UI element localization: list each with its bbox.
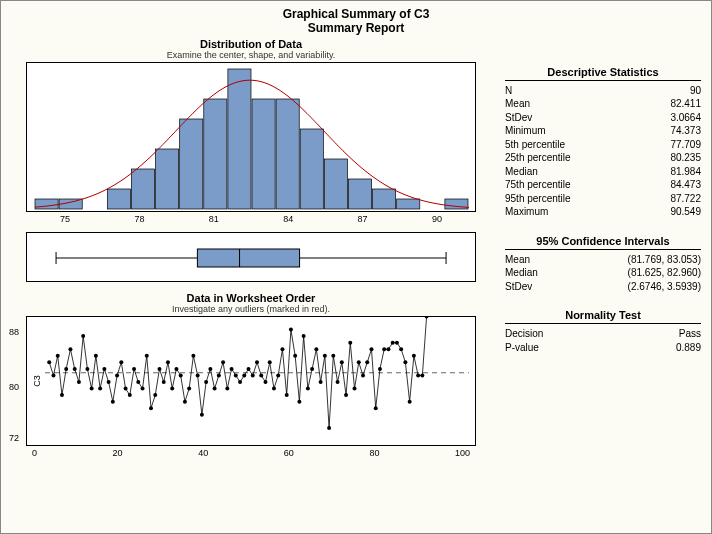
svg-point-89 — [327, 426, 331, 430]
svg-point-82 — [297, 399, 301, 403]
svg-point-40 — [119, 360, 123, 364]
report-window: Graphical Summary of C3 Summary Report D… — [0, 0, 712, 534]
svg-point-49 — [157, 367, 161, 371]
svg-point-38 — [111, 399, 115, 403]
svg-point-28 — [68, 347, 72, 351]
svg-point-71 — [251, 373, 255, 377]
svg-point-51 — [166, 360, 170, 364]
svg-point-58 — [196, 373, 200, 377]
ci-mean: Mean(81.769, 83.053) — [505, 253, 701, 267]
svg-point-81 — [293, 354, 297, 358]
svg-point-60 — [204, 380, 208, 384]
svg-point-111 — [420, 373, 424, 377]
confidence-intervals: 95% Confidence Intervals Mean(81.769, 83… — [505, 235, 701, 294]
svg-rect-0 — [35, 199, 58, 209]
svg-point-72 — [255, 360, 259, 364]
norm-pvalue: P-value0.889 — [505, 341, 701, 355]
svg-point-112 — [425, 317, 429, 318]
y-axis-label: C3 — [32, 375, 42, 387]
svg-point-76 — [272, 386, 276, 390]
svg-rect-12 — [348, 179, 371, 209]
svg-point-75 — [268, 360, 272, 364]
svg-point-54 — [179, 373, 183, 377]
svg-point-45 — [141, 386, 145, 390]
svg-point-43 — [132, 367, 136, 371]
svg-point-96 — [357, 360, 361, 364]
stats-column: Descriptive Statistics N90 Mean82.411 St… — [505, 38, 701, 458]
title-line1: Graphical Summary of C3 — [1, 7, 711, 21]
run-xtick: 60 — [284, 448, 294, 458]
desc-stats-title: Descriptive Statistics — [505, 66, 701, 81]
svg-point-98 — [365, 360, 369, 364]
svg-point-68 — [238, 380, 242, 384]
svg-point-36 — [102, 367, 106, 371]
ci-stdev: StDev(2.6746, 3.5939) — [505, 280, 701, 294]
svg-point-47 — [149, 406, 153, 410]
svg-point-84 — [306, 386, 310, 390]
svg-point-66 — [230, 367, 234, 371]
svg-point-91 — [336, 380, 340, 384]
normality-title: Normality Test — [505, 309, 701, 324]
svg-point-109 — [412, 354, 416, 358]
svg-rect-3 — [131, 169, 154, 209]
svg-point-33 — [90, 386, 94, 390]
svg-rect-2 — [107, 189, 130, 209]
svg-point-46 — [145, 354, 149, 358]
svg-point-65 — [225, 386, 229, 390]
svg-rect-14 — [397, 199, 420, 209]
svg-point-55 — [183, 399, 187, 403]
svg-point-93 — [344, 393, 348, 397]
run-ytick: 80 — [9, 382, 19, 392]
svg-point-26 — [60, 393, 64, 397]
stat-p25: 25th percentile80.235 — [505, 151, 701, 165]
svg-point-67 — [234, 373, 238, 377]
stat-min: Minimum74.373 — [505, 124, 701, 138]
svg-point-31 — [81, 334, 85, 338]
svg-point-88 — [323, 354, 327, 358]
stat-n: N90 — [505, 84, 701, 98]
svg-point-87 — [319, 380, 323, 384]
svg-rect-11 — [324, 159, 347, 209]
report-title: Graphical Summary of C3 Summary Report — [1, 1, 711, 38]
svg-point-61 — [208, 367, 212, 371]
svg-rect-13 — [373, 189, 396, 209]
svg-point-105 — [395, 340, 399, 344]
runchart-title: Data in Worksheet Order — [11, 292, 491, 304]
hist-tick: 84 — [283, 214, 293, 224]
svg-point-83 — [302, 334, 306, 338]
svg-point-37 — [107, 380, 111, 384]
svg-point-90 — [331, 354, 335, 358]
run-ytick: 72 — [9, 433, 19, 443]
svg-rect-6 — [204, 99, 227, 209]
svg-point-103 — [386, 347, 390, 351]
content-area: Distribution of Data Examine the center,… — [1, 38, 711, 466]
runchart: C3 88 80 72 — [26, 316, 476, 446]
svg-point-23 — [47, 360, 51, 364]
svg-rect-9 — [276, 99, 299, 209]
title-line2: Summary Report — [1, 21, 711, 35]
svg-point-57 — [191, 354, 195, 358]
svg-point-32 — [85, 367, 89, 371]
svg-point-78 — [280, 347, 284, 351]
stat-p5: 5th percentile77.709 — [505, 138, 701, 152]
svg-point-53 — [174, 367, 178, 371]
stat-max: Maximum90.549 — [505, 205, 701, 219]
run-ytick: 88 — [9, 327, 19, 337]
svg-point-74 — [263, 380, 267, 384]
histogram-chart — [26, 62, 476, 212]
stat-p95: 95th percentile87.722 — [505, 192, 701, 206]
svg-point-29 — [73, 367, 77, 371]
svg-point-59 — [200, 413, 204, 417]
stat-mean: Mean82.411 — [505, 97, 701, 111]
svg-point-34 — [94, 354, 98, 358]
svg-point-80 — [289, 327, 293, 331]
svg-point-56 — [187, 386, 191, 390]
runchart-subtitle: Investigate any outliers (marked in red)… — [11, 304, 491, 314]
svg-point-92 — [340, 360, 344, 364]
hist-tick: 90 — [432, 214, 442, 224]
svg-point-86 — [314, 347, 318, 351]
svg-point-110 — [416, 373, 420, 377]
hist-tick: 78 — [134, 214, 144, 224]
svg-point-85 — [310, 367, 314, 371]
svg-point-106 — [399, 347, 403, 351]
